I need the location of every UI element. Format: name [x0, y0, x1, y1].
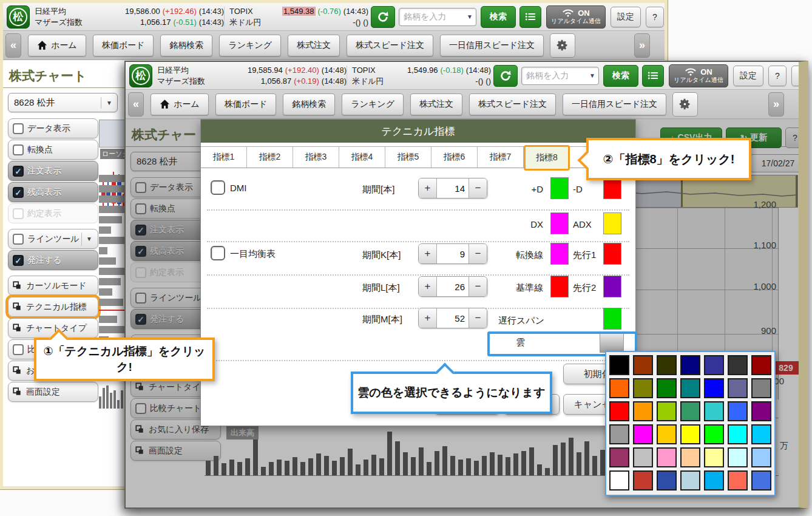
search-button[interactable]: 検索	[481, 6, 516, 28]
color-swatch-14[interactable]	[609, 401, 629, 421]
color-swatch-40[interactable]	[728, 470, 748, 491]
color-swatch-4[interactable]	[704, 355, 724, 375]
increment-button[interactable]: +	[419, 277, 437, 296]
senko2-color-swatch[interactable]	[603, 276, 621, 297]
nav-settings-button[interactable]	[550, 33, 575, 58]
color-swatch-31[interactable]	[680, 447, 700, 467]
sidebar-item-12[interactable]: 画面設定	[8, 382, 98, 402]
nav-item-4[interactable]: 株式注文	[410, 93, 462, 115]
nav-item-5[interactable]: 株式スピード注文	[469, 93, 556, 115]
color-swatch-24[interactable]	[680, 424, 700, 444]
tab-indicator-3[interactable]: 指標3	[293, 147, 339, 168]
color-swatch-12[interactable]	[728, 378, 748, 398]
tab-indicator-1[interactable]: 指標1	[201, 147, 247, 168]
nav-item-1[interactable]: 株価ボード	[93, 35, 154, 56]
sidebar-item-5[interactable]: ラインツール▼	[8, 229, 98, 249]
color-swatch-0[interactable]	[609, 355, 629, 375]
color-swatch-18[interactable]	[704, 401, 724, 421]
tab-indicator-6[interactable]: 指標6	[431, 147, 478, 168]
color-swatch-2[interactable]	[657, 355, 677, 375]
checkbox[interactable]: ✓	[13, 255, 24, 266]
nav-item-6[interactable]: 一日信用スピード注文	[440, 35, 544, 56]
nav-item-0[interactable]: ホーム	[28, 35, 86, 56]
nav-item-3[interactable]: ランキング	[342, 93, 404, 115]
color-swatch-26[interactable]	[728, 424, 748, 444]
color-swatch-17[interactable]	[680, 401, 700, 421]
settings-button[interactable]: 設定	[611, 7, 641, 27]
color-swatch-28[interactable]	[609, 447, 629, 467]
checkbox[interactable]: ✓	[13, 187, 24, 198]
dmi-period-value[interactable]: 14	[437, 178, 469, 198]
symbol-search-input[interactable]: 銘柄を入力▼	[399, 8, 476, 26]
nav-next-button[interactable]: »	[634, 33, 650, 58]
sidebar-item-3[interactable]: ✓残高表示	[8, 182, 98, 202]
color-swatch-7[interactable]	[609, 378, 629, 398]
checkbox[interactable]	[13, 123, 24, 134]
color-swatch-1[interactable]	[633, 355, 653, 375]
increment-button[interactable]: +	[419, 308, 437, 328]
watchlist-button[interactable]	[642, 65, 664, 87]
nav-item-3[interactable]: ランキング	[219, 35, 281, 56]
chiko-color-swatch[interactable]	[603, 308, 621, 330]
search-button[interactable]: 検索	[603, 65, 638, 87]
color-swatch-38[interactable]	[680, 470, 700, 491]
color-swatch-21[interactable]	[609, 424, 629, 444]
dmi-checkbox[interactable]	[211, 180, 225, 195]
color-swatch-34[interactable]	[751, 447, 771, 467]
adx-color-swatch[interactable]	[603, 212, 621, 234]
logout-button[interactable]: ログアウト	[791, 66, 808, 86]
nav-next-button[interactable]: »	[768, 92, 784, 117]
color-swatch-16[interactable]	[657, 401, 677, 421]
symbol-search-input[interactable]: 銘柄を入力▼	[521, 67, 599, 85]
color-swatch-13[interactable]	[751, 378, 771, 398]
decrement-button[interactable]: −	[469, 244, 487, 263]
decrement-button[interactable]: −	[469, 308, 487, 328]
decrement-button[interactable]: −	[469, 277, 487, 296]
sidebar-item-1[interactable]: 転換点	[8, 140, 98, 160]
realtime-toggle-button[interactable]: ONリアルタイム通信	[546, 5, 606, 29]
dx-color-swatch[interactable]	[550, 212, 569, 234]
nav-settings-button[interactable]	[672, 92, 698, 117]
tab-indicator-2[interactable]: 指標2	[247, 147, 293, 168]
realtime-toggle-button[interactable]: ONリアルタイム通信	[669, 64, 728, 87]
decrement-button[interactable]: −	[469, 178, 487, 198]
checkbox[interactable]	[13, 144, 24, 155]
help-button[interactable]: ?	[768, 66, 787, 86]
tab-indicator-7[interactable]: 指標7	[478, 147, 524, 168]
ichimoku-checkbox[interactable]	[211, 246, 225, 260]
color-swatch-30[interactable]	[657, 447, 677, 467]
refresh-button[interactable]	[371, 6, 395, 28]
period-m-value[interactable]: 52	[437, 308, 469, 328]
checkbox[interactable]	[13, 234, 24, 245]
sidebar-item-7[interactable]: カーソルモード	[8, 276, 98, 296]
nav-item-6[interactable]: 一日信用スピード注文	[563, 93, 666, 115]
settings-button[interactable]: 設定	[733, 66, 763, 86]
sidebar-item-4[interactable]: 約定表示	[8, 203, 98, 223]
color-swatch-8[interactable]	[633, 378, 653, 398]
nav-prev-button[interactable]: «	[128, 92, 144, 117]
sidebar-item-8[interactable]: テクニカル指標	[8, 297, 98, 317]
period-l-value[interactable]: 26	[437, 277, 469, 296]
color-swatch-5[interactable]	[728, 355, 748, 375]
plus-d-color-swatch[interactable]	[550, 177, 569, 199]
kijun-color-swatch[interactable]	[550, 276, 569, 297]
color-swatch-9[interactable]	[657, 378, 677, 398]
color-swatch-23[interactable]	[657, 424, 677, 444]
color-swatch-33[interactable]	[728, 447, 748, 467]
sidebar-item-2[interactable]: ✓注文表示	[8, 161, 98, 181]
color-swatch-39[interactable]	[704, 470, 724, 491]
color-swatch-29[interactable]	[633, 447, 653, 467]
color-swatch-22[interactable]	[633, 424, 653, 444]
tab-indicator-8[interactable]: 指標8	[524, 145, 570, 171]
color-swatch-36[interactable]	[633, 470, 653, 491]
checkbox[interactable]	[13, 344, 24, 355]
color-swatch-35[interactable]	[609, 470, 629, 491]
nav-item-2[interactable]: 銘柄検索	[160, 35, 212, 56]
refresh-button[interactable]	[493, 65, 518, 87]
minus-d-color-swatch[interactable]	[603, 177, 621, 199]
checkbox[interactable]	[13, 208, 24, 219]
color-swatch-11[interactable]	[704, 378, 724, 398]
sidebar-item-0[interactable]: データ表示	[8, 118, 98, 138]
symbol-select[interactable]: 8628 松井 ▼	[8, 93, 118, 112]
checkbox[interactable]: ✓	[13, 166, 24, 177]
